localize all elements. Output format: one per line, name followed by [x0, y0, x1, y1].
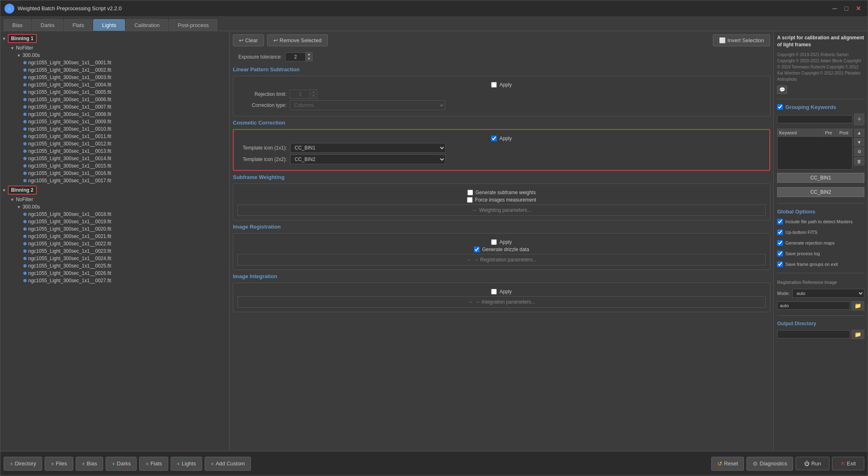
generate-subframe-checkbox[interactable]: [467, 190, 473, 195]
list-item[interactable]: ngc1055_Light_300sec_1x1__0020.fit: [22, 225, 229, 233]
binning2-exposure[interactable]: ▼ 300.00s: [15, 203, 229, 211]
list-item[interactable]: ngc1055_Light_300sec_1x1__0023.fit: [22, 247, 229, 255]
integration-apply-checkbox[interactable]: [491, 289, 497, 295]
list-item[interactable]: ngc1055_Light_300sec_1x1__0015.fit: [22, 162, 229, 170]
tab-lights[interactable]: Lights: [93, 19, 125, 31]
binning2-filter[interactable]: ▼ NoFilter: [9, 196, 229, 203]
rejection-up[interactable]: ▲: [310, 90, 317, 94]
list-item[interactable]: ngc1055_Light_300sec_1x1__0002.fit: [22, 66, 229, 74]
tab-postprocess[interactable]: Post-process: [169, 19, 217, 31]
app-icon: [5, 4, 14, 14]
cc-bin2-item[interactable]: CC_BIN2: [777, 187, 864, 197]
keyword-down-button[interactable]: ▼: [854, 138, 864, 146]
maximize-button[interactable]: □: [842, 4, 851, 13]
comment-button[interactable]: 💬: [777, 86, 787, 94]
template2-select[interactable]: CC_BIN2: [290, 154, 446, 164]
correction-select[interactable]: Columns: [290, 100, 445, 110]
exposure2-label: 300.00s: [23, 204, 40, 210]
list-item[interactable]: ngc1055_Light_300sec_1x1__0008.fit: [22, 111, 229, 118]
directory-button[interactable]: + Directory: [4, 457, 42, 471]
spinbox-up[interactable]: ▲: [306, 52, 312, 57]
flats-button[interactable]: + Flats: [139, 457, 168, 471]
list-item[interactable]: ngc1055_Light_300sec_1x1__0019.fit: [22, 218, 229, 225]
filename: ngc1055_Light_300sec_1x1__0004.fit: [28, 82, 111, 88]
list-item[interactable]: ngc1055_Light_300sec_1x1__0022.fit: [22, 240, 229, 247]
clear-button[interactable]: ↩ Clear: [233, 34, 264, 46]
filename: ngc1055_Light_300sec_1x1__0010.fit: [28, 126, 111, 132]
invert-selection-button[interactable]: ⬜ Invert Selection: [713, 34, 770, 46]
reg-ref-input[interactable]: [777, 301, 850, 310]
reg-apply-checkbox[interactable]: [491, 239, 497, 245]
tab-bias[interactable]: Bias: [4, 19, 31, 31]
option-0-checkbox[interactable]: [777, 219, 783, 224]
list-item[interactable]: ngc1055_Light_300sec_1x1__0001.fit: [22, 59, 229, 66]
spinbox-down[interactable]: ▼: [306, 57, 312, 61]
bias-button[interactable]: + Bias: [76, 457, 103, 471]
cc-bin1-item[interactable]: CC_BIN1: [777, 173, 864, 183]
list-item[interactable]: ngc1055_Light_300sec_1x1__0018.fit: [22, 211, 229, 218]
output-dir-input[interactable]: [777, 330, 850, 338]
list-item[interactable]: ngc1055_Light_300sec_1x1__0012.fit: [22, 140, 229, 147]
list-item[interactable]: ngc1055_Light_300sec_1x1__0014.fit: [22, 155, 229, 162]
list-item[interactable]: ngc1055_Light_300sec_1x1__0003.fit: [22, 74, 229, 81]
binning2-header[interactable]: ▼ Binning 2: [0, 184, 229, 196]
rejection-down[interactable]: ▼: [310, 94, 317, 98]
keyword-delete-button[interactable]: 🗑: [854, 157, 864, 165]
list-item[interactable]: ngc1055_Light_300sec_1x1__0024.fit: [22, 255, 229, 262]
option-2-checkbox[interactable]: [777, 240, 783, 246]
remove-selected-button[interactable]: ↩ Remove Selected: [267, 34, 328, 46]
linear-apply-checkbox[interactable]: [491, 82, 497, 88]
reset-button[interactable]: ↺ Reset: [711, 457, 744, 471]
tab-calibration[interactable]: Calibration: [126, 19, 168, 31]
exit-button[interactable]: ✕ Exit: [832, 457, 864, 470]
list-item[interactable]: ngc1055_Light_300sec_1x1__0017.fit: [22, 177, 229, 184]
keyword-settings-button[interactable]: ⚙: [854, 147, 864, 156]
file-tree[interactable]: ▼ Binning 1 ▼ NoFilter ▼ 300.00s n: [0, 31, 229, 451]
binning1-filter[interactable]: ▼ NoFilter: [9, 44, 229, 52]
keyword-text-input[interactable]: [777, 115, 852, 123]
close-button[interactable]: ✕: [853, 4, 863, 13]
list-item[interactable]: ngc1055_Light_300sec_1x1__0007.fit: [22, 103, 229, 111]
force-images-checkbox[interactable]: [467, 197, 473, 203]
add-keyword-button[interactable]: +: [854, 113, 864, 125]
option-4-checkbox[interactable]: [777, 261, 783, 267]
output-folder-button[interactable]: 📁: [852, 330, 864, 339]
mode-select[interactable]: auto: [792, 289, 864, 298]
list-item[interactable]: ngc1055_Light_300sec_1x1__0013.fit: [22, 147, 229, 155]
list-item[interactable]: ngc1055_Light_300sec_1x1__0011.fit: [22, 133, 229, 140]
list-item[interactable]: ngc1055_Light_300sec_1x1__0010.fit: [22, 125, 229, 133]
lights-button[interactable]: + Lights: [171, 457, 202, 471]
tab-flats[interactable]: Flats: [64, 19, 92, 31]
list-item[interactable]: ngc1055_Light_300sec_1x1__0021.fit: [22, 233, 229, 240]
drizzle-checkbox[interactable]: [474, 247, 480, 252]
binning1-header[interactable]: ▼ Binning 1: [0, 33, 229, 44]
grouping-checkbox[interactable]: [777, 104, 783, 110]
tab-darks[interactable]: Darks: [32, 19, 63, 31]
script-description: A script for calibration and alignment o…: [777, 34, 864, 48]
add-custom-button[interactable]: + Add Custom: [205, 457, 251, 471]
diagnostics-button[interactable]: ⚙ Diagnostics: [746, 457, 793, 471]
keyword-up-button[interactable]: ▲: [854, 129, 864, 137]
cosmetic-apply-checkbox[interactable]: [491, 136, 497, 141]
list-item[interactable]: ngc1055_Light_300sec_1x1__0006.fit: [22, 96, 229, 103]
rejection-input[interactable]: [290, 90, 310, 99]
minimize-button[interactable]: ─: [830, 4, 839, 13]
list-item[interactable]: ngc1055_Light_300sec_1x1__0016.fit: [22, 170, 229, 177]
list-item[interactable]: ngc1055_Light_300sec_1x1__0025.fit: [22, 262, 229, 270]
option-1-checkbox[interactable]: [777, 229, 783, 235]
option-3-checkbox[interactable]: [777, 251, 783, 256]
option-row-1: Up-bottom FITS: [777, 229, 864, 235]
list-item[interactable]: ngc1055_Light_300sec_1x1__0027.fit: [22, 277, 229, 284]
binning1-exposure[interactable]: ▼ 300.00s: [15, 52, 229, 59]
darks-button[interactable]: + Darks: [106, 457, 137, 471]
run-button[interactable]: ⏻ Run: [796, 457, 830, 470]
files-button[interactable]: + Files: [45, 457, 73, 471]
template1-select[interactable]: CC_BIN1: [290, 143, 446, 153]
list-item[interactable]: ngc1055_Light_300sec_1x1__0004.fit: [22, 81, 229, 88]
list-item[interactable]: ngc1055_Light_300sec_1x1__0009.fit: [22, 118, 229, 125]
reg-folder-button[interactable]: 📁: [852, 301, 864, 311]
list-item[interactable]: ngc1055_Light_300sec_1x1__0005.fit: [22, 88, 229, 96]
force-images-row: Force images measurement: [237, 197, 766, 203]
list-item[interactable]: ngc1055_Light_300sec_1x1__0026.fit: [22, 270, 229, 277]
exposure-input[interactable]: [285, 52, 306, 61]
